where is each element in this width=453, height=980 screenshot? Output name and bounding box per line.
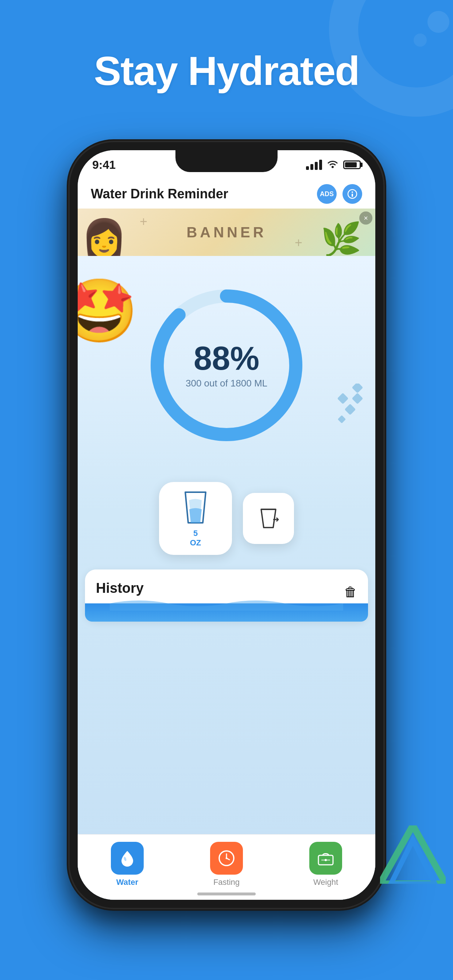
history-title: History xyxy=(96,581,144,596)
status-time: 9:41 xyxy=(92,158,116,172)
progress-percent: 88% xyxy=(186,342,267,375)
banner-close-button[interactable]: × xyxy=(359,212,372,224)
main-content: 🤩 xyxy=(78,256,375,900)
svg-point-30 xyxy=(226,858,228,859)
tab-item-fasting[interactable]: Fasting xyxy=(210,842,243,887)
progress-center: 88% 300 out of 1800 ML xyxy=(186,342,267,389)
emoji-badge: 🤩 xyxy=(78,274,136,347)
fasting-tab-label: Fasting xyxy=(214,878,239,887)
wifi-icon xyxy=(327,159,338,170)
history-wave xyxy=(85,603,368,622)
svg-rect-5 xyxy=(352,194,353,197)
custom-amount-button[interactable] xyxy=(243,493,294,544)
svg-marker-34 xyxy=(380,826,446,884)
ads-button[interactable]: ADS xyxy=(317,184,337,204)
svg-point-2 xyxy=(414,33,427,47)
svg-rect-21 xyxy=(337,393,348,404)
diamond-decorations xyxy=(332,383,368,429)
water-amount-label: 5 OZ xyxy=(190,529,201,547)
water-glass-icon xyxy=(181,489,210,526)
weight-tab-label: Weight xyxy=(313,878,338,887)
custom-glass-icon xyxy=(256,506,281,531)
phone-mockup: 9:41 xyxy=(70,142,383,908)
svg-rect-24 xyxy=(338,415,346,424)
history-section: History 🗑 xyxy=(85,570,368,622)
water-tab-label: Water xyxy=(116,878,138,887)
progress-label: 300 out of 1800 ML xyxy=(186,378,267,389)
water-tab-icon-wrapper xyxy=(111,842,144,875)
tab-item-weight[interactable]: Weight xyxy=(309,842,342,887)
clock-icon xyxy=(217,849,236,868)
svg-point-33 xyxy=(325,859,327,861)
add-water-button[interactable]: 5 OZ xyxy=(159,482,232,555)
page-title: Stay Hydrated xyxy=(0,48,453,94)
banner-girl-figure: 👩 xyxy=(81,208,140,256)
action-buttons: 5 OZ xyxy=(159,482,294,555)
info-button[interactable] xyxy=(343,184,362,204)
svg-rect-20 xyxy=(352,383,363,393)
tab-item-water[interactable]: Water xyxy=(111,842,144,887)
header-buttons: ADS xyxy=(317,184,362,204)
svg-point-4 xyxy=(352,191,353,193)
svg-rect-22 xyxy=(352,393,363,404)
tab-bar: Water Fasting xyxy=(78,834,375,900)
progress-ring-container: 88% 300 out of 1800 ML xyxy=(139,278,314,453)
banner-area: 👩 + + BANNER 🌿 × xyxy=(78,208,375,256)
fasting-tab-icon-wrapper xyxy=(210,842,243,875)
app-header: Water Drink Reminder ADS xyxy=(78,180,375,208)
water-drop-icon xyxy=(118,849,137,868)
vue-logo-decoration xyxy=(380,826,446,885)
battery-icon xyxy=(343,161,361,169)
svg-rect-23 xyxy=(344,404,356,415)
banner-text: BANNER xyxy=(187,224,266,240)
app-header-title: Water Drink Reminder xyxy=(91,186,228,202)
status-icons xyxy=(306,159,361,170)
signal-icon xyxy=(306,160,322,170)
weight-tab-icon-wrapper xyxy=(309,842,342,875)
scale-icon xyxy=(316,849,335,868)
svg-point-1 xyxy=(427,11,449,33)
home-indicator xyxy=(197,892,256,896)
phone-screen: 9:41 xyxy=(78,150,375,900)
phone-notch xyxy=(175,150,278,172)
